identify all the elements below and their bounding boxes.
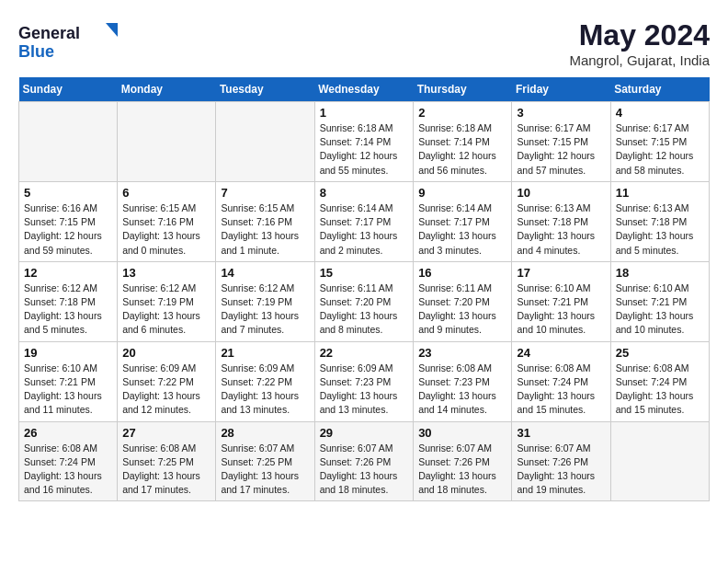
day-info: Sunrise: 6:18 AM Sunset: 7:14 PM Dayligh… — [320, 121, 409, 178]
day-info: Sunrise: 6:11 AM Sunset: 7:20 PM Dayligh… — [320, 282, 409, 338]
day-number: 16 — [418, 266, 506, 280]
weekday-header-row: SundayMondayTuesdayWednesdayThursdayFrid… — [19, 77, 710, 102]
day-number: 30 — [418, 426, 506, 440]
day-number: 6 — [122, 186, 210, 200]
day-info: Sunrise: 6:13 AM Sunset: 7:18 PM Dayligh… — [616, 201, 704, 258]
calendar-cell — [19, 102, 118, 182]
weekday-header: Friday — [512, 77, 610, 102]
calendar-cell: 7Sunrise: 6:15 AM Sunset: 7:16 PM Daylig… — [216, 181, 314, 261]
day-info: Sunrise: 6:12 AM Sunset: 7:19 PM Dayligh… — [221, 282, 309, 338]
calendar-week-row: 19Sunrise: 6:10 AM Sunset: 7:21 PM Dayli… — [19, 341, 710, 421]
day-number: 23 — [418, 346, 506, 360]
calendar-cell: 31Sunrise: 6:07 AM Sunset: 7:26 PM Dayli… — [512, 421, 610, 501]
calendar-cell: 16Sunrise: 6:11 AM Sunset: 7:20 PM Dayli… — [414, 261, 512, 341]
weekday-header: Thursday — [414, 77, 512, 102]
day-number: 14 — [221, 266, 309, 280]
calendar-cell: 23Sunrise: 6:08 AM Sunset: 7:23 PM Dayli… — [414, 341, 512, 421]
day-info: Sunrise: 6:08 AM Sunset: 7:25 PM Dayligh… — [122, 442, 210, 498]
calendar-cell: 9Sunrise: 6:14 AM Sunset: 7:17 PM Daylig… — [414, 181, 512, 261]
day-info: Sunrise: 6:18 AM Sunset: 7:14 PM Dayligh… — [418, 121, 506, 178]
day-info: Sunrise: 6:10 AM Sunset: 7:21 PM Dayligh… — [24, 362, 112, 418]
calendar-cell: 8Sunrise: 6:14 AM Sunset: 7:17 PM Daylig… — [314, 181, 414, 261]
day-info: Sunrise: 6:17 AM Sunset: 7:15 PM Dayligh… — [616, 121, 704, 178]
day-info: Sunrise: 6:08 AM Sunset: 7:23 PM Dayligh… — [418, 362, 506, 418]
day-info: Sunrise: 6:14 AM Sunset: 7:17 PM Dayligh… — [418, 201, 506, 258]
weekday-header: Tuesday — [216, 77, 314, 102]
weekday-header: Saturday — [610, 77, 709, 102]
day-info: Sunrise: 6:12 AM Sunset: 7:19 PM Dayligh… — [122, 282, 210, 338]
weekday-header: Sunday — [19, 77, 118, 102]
day-info: Sunrise: 6:15 AM Sunset: 7:16 PM Dayligh… — [221, 201, 309, 258]
weekday-header: Wednesday — [314, 77, 414, 102]
day-info: Sunrise: 6:08 AM Sunset: 7:24 PM Dayligh… — [24, 442, 112, 498]
day-info: Sunrise: 6:14 AM Sunset: 7:17 PM Dayligh… — [320, 201, 409, 258]
calendar-cell: 21Sunrise: 6:09 AM Sunset: 7:22 PM Dayli… — [216, 341, 314, 421]
calendar-cell: 22Sunrise: 6:09 AM Sunset: 7:23 PM Dayli… — [314, 341, 414, 421]
day-info: Sunrise: 6:10 AM Sunset: 7:21 PM Dayligh… — [616, 282, 704, 338]
day-number: 9 — [418, 186, 506, 200]
weekday-header: Monday — [118, 77, 216, 102]
day-info: Sunrise: 6:07 AM Sunset: 7:26 PM Dayligh… — [517, 442, 605, 498]
svg-text:Blue: Blue — [18, 42, 54, 61]
calendar-cell: 19Sunrise: 6:10 AM Sunset: 7:21 PM Dayli… — [19, 341, 118, 421]
calendar-cell: 5Sunrise: 6:16 AM Sunset: 7:15 PM Daylig… — [19, 181, 118, 261]
calendar-cell: 25Sunrise: 6:08 AM Sunset: 7:24 PM Dayli… — [610, 341, 709, 421]
day-number: 20 — [122, 346, 210, 360]
calendar-cell: 17Sunrise: 6:10 AM Sunset: 7:21 PM Dayli… — [512, 261, 610, 341]
calendar-cell: 24Sunrise: 6:08 AM Sunset: 7:24 PM Dayli… — [512, 341, 610, 421]
calendar-cell: 15Sunrise: 6:11 AM Sunset: 7:20 PM Dayli… — [314, 261, 414, 341]
day-number: 1 — [320, 106, 409, 120]
calendar-cell — [118, 102, 216, 182]
calendar-cell: 30Sunrise: 6:07 AM Sunset: 7:26 PM Dayli… — [414, 421, 512, 501]
day-info: Sunrise: 6:10 AM Sunset: 7:21 PM Dayligh… — [517, 282, 605, 338]
title-section: May 2024 Mangrol, Gujarat, India — [569, 18, 710, 68]
day-number: 12 — [24, 266, 112, 280]
day-number: 10 — [517, 186, 605, 200]
day-info: Sunrise: 6:08 AM Sunset: 7:24 PM Dayligh… — [616, 362, 704, 418]
day-number: 21 — [221, 346, 309, 360]
day-number: 24 — [517, 346, 605, 360]
calendar-cell: 11Sunrise: 6:13 AM Sunset: 7:18 PM Dayli… — [610, 181, 709, 261]
day-number: 19 — [24, 346, 112, 360]
month-title: May 2024 — [569, 18, 710, 52]
calendar-week-row: 26Sunrise: 6:08 AM Sunset: 7:24 PM Dayli… — [19, 421, 710, 501]
day-number: 25 — [616, 346, 704, 360]
calendar-cell: 4Sunrise: 6:17 AM Sunset: 7:15 PM Daylig… — [610, 102, 709, 182]
calendar-week-row: 12Sunrise: 6:12 AM Sunset: 7:18 PM Dayli… — [19, 261, 710, 341]
day-info: Sunrise: 6:15 AM Sunset: 7:16 PM Dayligh… — [122, 201, 210, 258]
calendar-cell: 2Sunrise: 6:18 AM Sunset: 7:14 PM Daylig… — [414, 102, 512, 182]
day-number: 7 — [221, 186, 309, 200]
day-number: 8 — [320, 186, 409, 200]
day-number: 26 — [24, 426, 112, 440]
svg-marker-1 — [106, 23, 118, 37]
calendar-table: SundayMondayTuesdayWednesdayThursdayFrid… — [18, 77, 710, 501]
day-number: 11 — [616, 186, 704, 200]
calendar-week-row: 1Sunrise: 6:18 AM Sunset: 7:14 PM Daylig… — [19, 102, 710, 182]
calendar-cell: 20Sunrise: 6:09 AM Sunset: 7:22 PM Dayli… — [118, 341, 216, 421]
day-number: 3 — [517, 106, 605, 120]
day-info: Sunrise: 6:16 AM Sunset: 7:15 PM Dayligh… — [24, 201, 112, 258]
calendar-cell: 14Sunrise: 6:12 AM Sunset: 7:19 PM Dayli… — [216, 261, 314, 341]
day-number: 22 — [320, 346, 409, 360]
calendar-cell: 28Sunrise: 6:07 AM Sunset: 7:25 PM Dayli… — [216, 421, 314, 501]
calendar-cell: 1Sunrise: 6:18 AM Sunset: 7:14 PM Daylig… — [314, 102, 414, 182]
day-info: Sunrise: 6:11 AM Sunset: 7:20 PM Dayligh… — [418, 282, 506, 338]
day-info: Sunrise: 6:12 AM Sunset: 7:18 PM Dayligh… — [24, 282, 112, 338]
day-number: 2 — [418, 106, 506, 120]
calendar-cell: 10Sunrise: 6:13 AM Sunset: 7:18 PM Dayli… — [512, 181, 610, 261]
day-number: 15 — [320, 266, 409, 280]
day-info: Sunrise: 6:07 AM Sunset: 7:26 PM Dayligh… — [320, 442, 409, 498]
calendar-cell: 29Sunrise: 6:07 AM Sunset: 7:26 PM Dayli… — [314, 421, 414, 501]
day-info: Sunrise: 6:09 AM Sunset: 7:22 PM Dayligh… — [122, 362, 210, 418]
day-number: 5 — [24, 186, 112, 200]
calendar-cell: 18Sunrise: 6:10 AM Sunset: 7:21 PM Dayli… — [610, 261, 709, 341]
day-info: Sunrise: 6:17 AM Sunset: 7:15 PM Dayligh… — [517, 121, 605, 178]
day-number: 13 — [122, 266, 210, 280]
day-info: Sunrise: 6:07 AM Sunset: 7:25 PM Dayligh… — [221, 442, 309, 498]
calendar-cell: 3Sunrise: 6:17 AM Sunset: 7:15 PM Daylig… — [512, 102, 610, 182]
svg-text:General: General — [18, 24, 80, 42]
calendar-cell — [216, 102, 314, 182]
day-number: 4 — [616, 106, 704, 120]
day-info: Sunrise: 6:08 AM Sunset: 7:24 PM Dayligh… — [517, 362, 605, 418]
calendar-week-row: 5Sunrise: 6:16 AM Sunset: 7:15 PM Daylig… — [19, 181, 710, 261]
